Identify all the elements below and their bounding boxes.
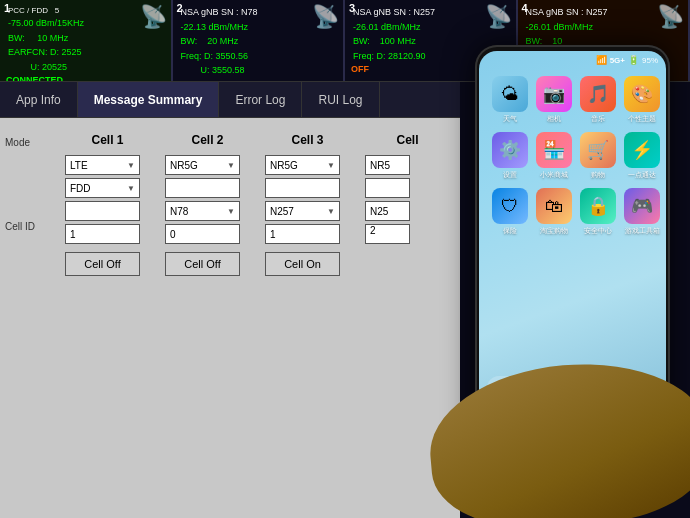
phone-5g-label: 5G+ — [610, 56, 625, 65]
main-content-area: Mode Cell ID Cell 1 LTE ▼ FDD ▼ 1 Cell O… — [0, 118, 460, 518]
cell-panel-2: 2 NSA gNB SN : N78 -22.13 dBm/MHz BW: 20… — [173, 0, 346, 81]
cell-panel-1: 1 PCC / FDD 5 -75.00 dBm/15KHz BW: 10 MH… — [0, 0, 173, 81]
app-insurance[interactable]: 🛡 保险 — [492, 188, 528, 236]
cell-config-4-header: Cell — [365, 133, 450, 147]
cell-2-bw: BW: 20 MHz — [181, 35, 338, 48]
cell-1-status: CONNECTED — [6, 75, 165, 81]
app-shop[interactable]: 🛒 购物 — [580, 132, 616, 180]
tab-app-info[interactable]: App Info — [0, 82, 78, 117]
tab-rui-log[interactable]: RUI Log — [302, 82, 379, 117]
cell-4-number: 4 — [522, 2, 528, 14]
cell3-blank-input[interactable] — [265, 178, 340, 198]
cell1-cellid-input[interactable]: 1 — [65, 224, 140, 244]
app-taobao[interactable]: 🛍 淘宝购物 — [536, 188, 572, 236]
cell2-band-select[interactable]: N78 ▼ — [165, 201, 240, 221]
phone-container: 📶 5G+ 🔋 95% 🌤 天气 📷 相机 🎵 — [460, 15, 680, 495]
phone-battery-icon: 🔋 — [628, 55, 639, 65]
app-camera[interactable]: 📷 相机 — [536, 76, 572, 124]
cell-config-2-header: Cell 2 — [165, 133, 250, 147]
app-games[interactable]: 🎮 游戏工具箱 — [624, 188, 660, 236]
tab-message-summary[interactable]: Message Summary — [78, 82, 220, 117]
cell-config-2: Cell 2 NR5G ▼ N78 ▼ 0 Cell Off — [165, 133, 250, 276]
cell-1-number: 1 — [4, 2, 10, 14]
cell-1-bw: BW: 10 MHz — [8, 32, 165, 45]
app-xiaomi[interactable]: 🏪 小米商城 — [536, 132, 572, 180]
tab-error-log[interactable]: Error Log — [219, 82, 302, 117]
cell3-mode-select[interactable]: NR5G ▼ — [265, 155, 340, 175]
cell2-cellid-input[interactable]: 0 — [165, 224, 240, 244]
label-band — [5, 184, 50, 212]
cell-config-4: Cell NR5 N25 2 — [365, 133, 450, 276]
app-express[interactable]: ⚡ 一点通达 — [624, 132, 660, 180]
cell-2-freqd: Freq: D: 3550.56 — [181, 50, 338, 63]
cell-2-tower-icon: 📡 — [312, 4, 339, 30]
cell4-band-select[interactable]: N25 — [365, 201, 410, 221]
cell-1-tower-icon: 📡 — [140, 4, 167, 30]
cell-config-1: Cell 1 LTE ▼ FDD ▼ 1 Cell Off — [65, 133, 150, 276]
cell-3-number: 3 — [349, 2, 355, 14]
cell-config-3-header: Cell 3 — [265, 133, 350, 147]
app-grid: 🌤 天气 📷 相机 🎵 音乐 🎨 个性主题 ⚙️ — [487, 71, 658, 241]
label-duplex — [5, 156, 50, 184]
phone-status-bar: 📶 5G+ 🔋 95% — [479, 51, 666, 69]
cell1-band-input[interactable] — [65, 201, 140, 221]
cell-1-earfcnu: U: 20525 — [8, 61, 165, 74]
cell3-band-select[interactable]: N257 ▼ — [265, 201, 340, 221]
cell-2-frequ: U: 3550.58 — [181, 64, 338, 77]
cell2-mode-select[interactable]: NR5G ▼ — [165, 155, 240, 175]
cell4-mode-select[interactable]: NR5 — [365, 155, 410, 175]
phone-status-icons: 📶 5G+ 🔋 95% — [596, 55, 658, 65]
cell2-off-button[interactable]: Cell Off — [165, 252, 240, 276]
cell-2-number: 2 — [177, 2, 183, 14]
cell3-cellid-input[interactable]: 1 — [265, 224, 340, 244]
app-theme[interactable]: 🎨 个性主题 — [624, 76, 660, 124]
label-cell-id: Cell ID — [5, 212, 50, 240]
cell-config-1-header: Cell 1 — [65, 133, 150, 147]
cell-config-3: Cell 3 NR5G ▼ N257 ▼ 1 Cell On — [265, 133, 350, 276]
app-weather[interactable]: 🌤 天气 — [492, 76, 528, 124]
cell-1-earfcnd: EARFCN: D: 2525 — [8, 46, 165, 59]
cell3-on-button[interactable]: Cell On — [265, 252, 340, 276]
app-security[interactable]: 🔒 安全中心 — [580, 188, 616, 236]
cell1-duplex-select[interactable]: FDD ▼ — [65, 178, 140, 198]
phone-signal-icon: 📶 — [596, 55, 607, 65]
navigation-tabs: App Info Message Summary Error Log RUI L… — [0, 82, 460, 118]
cell-2-status: CONNECTED — [179, 79, 338, 81]
hand-shape — [424, 353, 690, 518]
cell4-blank-input[interactable] — [365, 178, 410, 198]
cell4-cellid-input[interactable]: 2 — [365, 224, 410, 244]
cell2-blank-input[interactable] — [165, 178, 240, 198]
phone-battery-label: 95% — [642, 56, 658, 65]
cell1-off-button[interactable]: Cell Off — [65, 252, 140, 276]
cell1-mode-select[interactable]: LTE ▼ — [65, 155, 140, 175]
app-music[interactable]: 🎵 音乐 — [580, 76, 616, 124]
label-mode: Mode — [5, 128, 50, 156]
app-settings[interactable]: ⚙️ 设置 — [492, 132, 528, 180]
